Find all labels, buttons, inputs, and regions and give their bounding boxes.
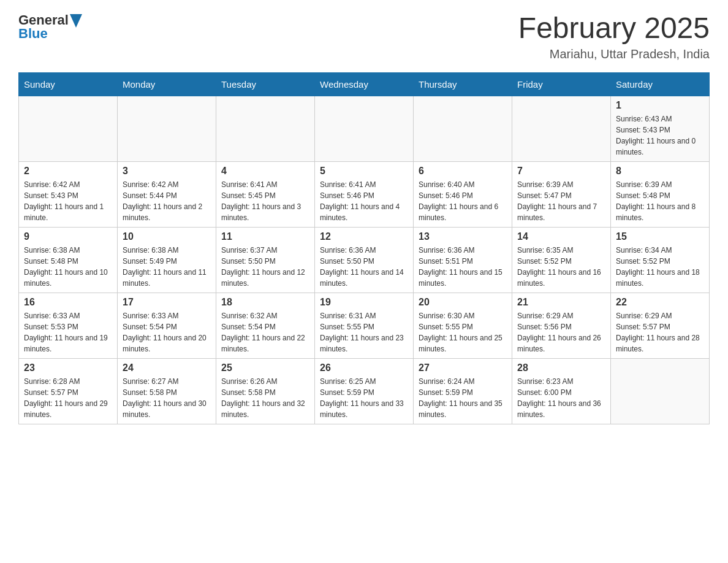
calendar-cell: 8Sunrise: 6:39 AMSunset: 5:48 PMDaylight… [611,161,710,227]
day-info: Sunrise: 6:41 AMSunset: 5:46 PMDaylight:… [320,179,408,223]
day-info: Sunrise: 6:39 AMSunset: 5:47 PMDaylight:… [517,179,605,223]
day-number: 9 [24,231,112,242]
day-info: Sunrise: 6:34 AMSunset: 5:52 PMDaylight:… [616,245,704,289]
calendar-week-row: 9Sunrise: 6:38 AMSunset: 5:48 PMDaylight… [19,227,710,293]
calendar-week-row: 2Sunrise: 6:42 AMSunset: 5:43 PMDaylight… [19,161,710,227]
day-number: 10 [123,231,211,242]
calendar-cell: 27Sunrise: 6:24 AMSunset: 5:59 PMDayligh… [414,358,512,424]
calendar-cell [414,96,512,161]
header-friday: Friday [512,72,611,96]
calendar-cell [19,96,118,161]
calendar-week-row: 23Sunrise: 6:28 AMSunset: 5:57 PMDayligh… [19,358,710,424]
location-title: Mariahu, Uttar Pradesh, India [518,47,710,61]
calendar-cell: 25Sunrise: 6:26 AMSunset: 5:58 PMDayligh… [216,358,315,424]
day-number: 17 [123,297,211,308]
header-monday: Monday [118,72,216,96]
calendar-cell: 15Sunrise: 6:34 AMSunset: 5:52 PMDayligh… [611,227,710,293]
calendar-cell: 11Sunrise: 6:37 AMSunset: 5:50 PMDayligh… [216,227,315,293]
calendar-cell: 21Sunrise: 6:29 AMSunset: 5:56 PMDayligh… [512,293,611,358]
page-header: General Blue February 2025 Mariahu, Utta… [18,12,710,61]
calendar-cell: 2Sunrise: 6:42 AMSunset: 5:43 PMDaylight… [19,161,118,227]
day-number: 11 [221,231,309,242]
day-info: Sunrise: 6:30 AMSunset: 5:55 PMDaylight:… [419,310,507,354]
day-number: 27 [419,362,507,373]
day-info: Sunrise: 6:41 AMSunset: 5:45 PMDaylight:… [221,179,309,223]
day-info: Sunrise: 6:29 AMSunset: 5:57 PMDaylight:… [616,310,704,354]
calendar-cell: 23Sunrise: 6:28 AMSunset: 5:57 PMDayligh… [19,358,118,424]
day-number: 5 [320,166,408,177]
day-number: 7 [517,166,605,177]
calendar-week-row: 1Sunrise: 6:43 AMSunset: 5:43 PMDaylight… [19,96,710,161]
day-info: Sunrise: 6:40 AMSunset: 5:46 PMDaylight:… [419,179,507,223]
day-info: Sunrise: 6:33 AMSunset: 5:53 PMDaylight:… [24,310,112,354]
calendar-cell: 19Sunrise: 6:31 AMSunset: 5:55 PMDayligh… [315,293,414,358]
header-thursday: Thursday [414,72,512,96]
logo-arrow-icon [70,14,82,28]
day-info: Sunrise: 6:27 AMSunset: 5:58 PMDaylight:… [123,376,211,420]
calendar-header-row: SundayMondayTuesdayWednesdayThursdayFrid… [19,72,710,96]
calendar-cell: 12Sunrise: 6:36 AMSunset: 5:50 PMDayligh… [315,227,414,293]
calendar-week-row: 16Sunrise: 6:33 AMSunset: 5:53 PMDayligh… [19,293,710,358]
day-info: Sunrise: 6:36 AMSunset: 5:50 PMDaylight:… [320,245,408,289]
calendar-cell: 5Sunrise: 6:41 AMSunset: 5:46 PMDaylight… [315,161,414,227]
calendar-cell: 20Sunrise: 6:30 AMSunset: 5:55 PMDayligh… [414,293,512,358]
svg-marker-0 [70,14,82,28]
day-number: 19 [320,297,408,308]
day-number: 14 [517,231,605,242]
title-section: February 2025 Mariahu, Uttar Pradesh, In… [518,12,710,61]
calendar-cell: 13Sunrise: 6:36 AMSunset: 5:51 PMDayligh… [414,227,512,293]
calendar-cell: 28Sunrise: 6:23 AMSunset: 6:00 PMDayligh… [512,358,611,424]
day-number: 25 [221,362,309,373]
calendar-cell: 18Sunrise: 6:32 AMSunset: 5:54 PMDayligh… [216,293,315,358]
calendar-cell: 26Sunrise: 6:25 AMSunset: 5:59 PMDayligh… [315,358,414,424]
calendar-cell: 14Sunrise: 6:35 AMSunset: 5:52 PMDayligh… [512,227,611,293]
day-number: 22 [616,297,704,308]
day-info: Sunrise: 6:42 AMSunset: 5:44 PMDaylight:… [123,179,211,223]
day-number: 13 [419,231,507,242]
day-info: Sunrise: 6:37 AMSunset: 5:50 PMDaylight:… [221,245,309,289]
day-info: Sunrise: 6:31 AMSunset: 5:55 PMDaylight:… [320,310,408,354]
day-number: 4 [221,166,309,177]
calendar-cell: 1Sunrise: 6:43 AMSunset: 5:43 PMDaylight… [611,96,710,161]
day-info: Sunrise: 6:35 AMSunset: 5:52 PMDaylight:… [517,245,605,289]
calendar-cell: 7Sunrise: 6:39 AMSunset: 5:47 PMDaylight… [512,161,611,227]
calendar-cell: 6Sunrise: 6:40 AMSunset: 5:46 PMDaylight… [414,161,512,227]
day-number: 28 [517,362,605,373]
day-info: Sunrise: 6:43 AMSunset: 5:43 PMDaylight:… [616,113,704,158]
calendar-cell: 9Sunrise: 6:38 AMSunset: 5:48 PMDaylight… [19,227,118,293]
day-info: Sunrise: 6:28 AMSunset: 5:57 PMDaylight:… [24,376,112,420]
day-number: 2 [24,166,112,177]
logo: General Blue [18,12,82,42]
day-number: 26 [320,362,408,373]
day-number: 8 [616,166,704,177]
calendar-cell [315,96,414,161]
day-number: 23 [24,362,112,373]
day-number: 18 [221,297,309,308]
calendar-cell [118,96,216,161]
day-number: 20 [419,297,507,308]
calendar-cell [611,358,710,424]
day-info: Sunrise: 6:29 AMSunset: 5:56 PMDaylight:… [517,310,605,354]
calendar-cell: 17Sunrise: 6:33 AMSunset: 5:54 PMDayligh… [118,293,216,358]
day-info: Sunrise: 6:36 AMSunset: 5:51 PMDaylight:… [419,245,507,289]
header-tuesday: Tuesday [216,72,315,96]
day-info: Sunrise: 6:23 AMSunset: 6:00 PMDaylight:… [517,376,605,420]
day-info: Sunrise: 6:33 AMSunset: 5:54 PMDaylight:… [123,310,211,354]
month-title: February 2025 [518,12,710,45]
header-saturday: Saturday [611,72,710,96]
day-info: Sunrise: 6:38 AMSunset: 5:49 PMDaylight:… [123,245,211,289]
day-number: 21 [517,297,605,308]
day-number: 6 [419,166,507,177]
calendar-cell [512,96,611,161]
day-info: Sunrise: 6:25 AMSunset: 5:59 PMDaylight:… [320,376,408,420]
day-info: Sunrise: 6:32 AMSunset: 5:54 PMDaylight:… [221,310,309,354]
calendar-cell: 24Sunrise: 6:27 AMSunset: 5:58 PMDayligh… [118,358,216,424]
calendar-cell: 3Sunrise: 6:42 AMSunset: 5:44 PMDaylight… [118,161,216,227]
calendar-table: SundayMondayTuesdayWednesdayThursdayFrid… [18,72,710,424]
calendar-cell: 10Sunrise: 6:38 AMSunset: 5:49 PMDayligh… [118,227,216,293]
day-number: 16 [24,297,112,308]
calendar-cell: 16Sunrise: 6:33 AMSunset: 5:53 PMDayligh… [19,293,118,358]
calendar-cell: 4Sunrise: 6:41 AMSunset: 5:45 PMDaylight… [216,161,315,227]
day-info: Sunrise: 6:24 AMSunset: 5:59 PMDaylight:… [419,376,507,420]
day-number: 24 [123,362,211,373]
